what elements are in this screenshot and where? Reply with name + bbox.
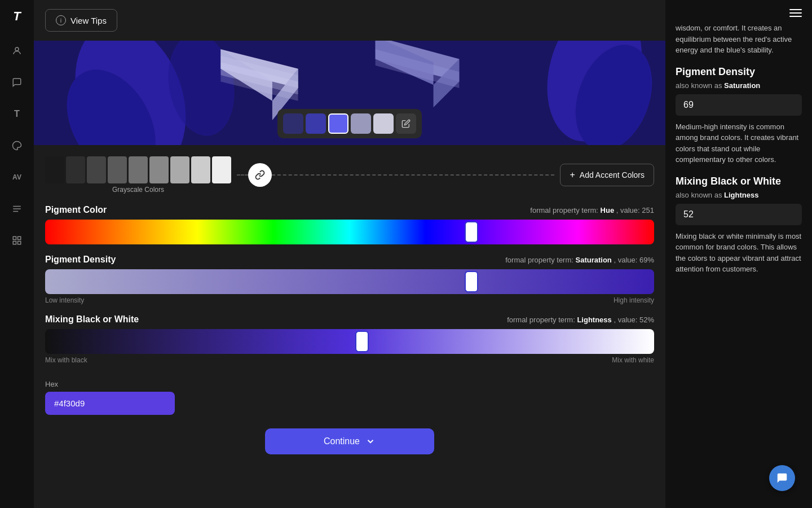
gs-swatch-5[interactable] — [129, 156, 148, 183]
chat-bubble-button[interactable] — [769, 465, 795, 491]
light-slider-section: Mixing Black or White formal property te… — [45, 314, 654, 364]
gs-swatch-2[interactable] — [66, 156, 85, 183]
right-panel-mixing-body: Mixing black or white minimally is most … — [676, 231, 802, 275]
sat-slider-track[interactable] — [45, 269, 654, 294]
continue-button[interactable]: Continue — [265, 428, 434, 454]
gs-swatch-3[interactable] — [87, 156, 106, 183]
sidebar-icon-text[interactable]: T — [7, 104, 27, 124]
hex-input[interactable] — [45, 392, 175, 415]
hue-slider-header: Pigment Color formal property term: Hue … — [45, 205, 654, 215]
sat-term: Saturation — [576, 256, 612, 264]
view-tips-label: View Tips — [70, 16, 107, 25]
gs-swatch-1[interactable] — [45, 156, 64, 183]
link-icon-button[interactable] — [248, 163, 272, 187]
right-panel-mixing-label: also known as Lightness — [676, 191, 802, 199]
svg-rect-4 — [13, 237, 16, 239]
add-accent-button[interactable]: + Add Accent Colors — [560, 164, 654, 186]
grayscale-label: Grayscale Colors — [45, 186, 231, 194]
light-value: 52% — [639, 316, 654, 324]
grayscale-swatches — [45, 156, 231, 183]
right-panel-pigment-density-body: Medium-high intensity is common among br… — [676, 121, 802, 165]
right-panel: wisdom, or comfort. It creates an equili… — [665, 0, 812, 508]
sat-label-high: High intensity — [614, 296, 654, 304]
sidebar-icon-brush[interactable] — [7, 135, 27, 156]
hue-formal-label: formal property term: — [530, 206, 600, 214]
svg-rect-6 — [13, 242, 16, 244]
sat-slider-header: Pigment Density formal property term: Sa… — [45, 255, 654, 265]
app-logo: T — [13, 9, 20, 24]
light-label-low: Mix with black — [45, 356, 87, 364]
hue-slider-thumb[interactable] — [465, 221, 478, 243]
gs-swatch-9[interactable] — [212, 156, 231, 183]
sidebar: T T AV — [0, 0, 34, 508]
sat-value-label: , value: — [614, 256, 639, 264]
light-slider-track-wrapper — [45, 329, 654, 354]
swatch-3-active[interactable] — [328, 113, 348, 134]
light-value-label: , value: — [614, 316, 639, 324]
hero-area — [34, 41, 665, 145]
hamburger-line-2 — [789, 12, 802, 14]
right-panel-pigment-density-title: Pigment Density — [676, 66, 802, 78]
down-arrow-icon — [365, 436, 376, 446]
hue-slider-section: Pigment Color formal property term: Hue … — [45, 205, 654, 244]
hue-meta: formal property term: Hue , value: 251 — [530, 206, 654, 214]
connector-area — [237, 163, 554, 187]
hue-slider-track[interactable] — [45, 220, 654, 244]
chat-bubble-icon — [776, 472, 788, 484]
swatch-2[interactable] — [306, 113, 326, 134]
edit-swatches-button[interactable] — [396, 113, 416, 134]
sliders-area: Pigment Color formal property term: Hue … — [34, 199, 665, 380]
swatch-5[interactable] — [373, 113, 394, 134]
main-content: i View Tips — [34, 0, 665, 508]
sat-label-low: Low intensity — [45, 296, 84, 304]
sidebar-icon-chat[interactable] — [7, 72, 27, 93]
add-accent-label: Add Accent Colors — [580, 170, 645, 179]
sat-formal-label: formal property term: — [505, 256, 575, 264]
hamburger-line-1 — [789, 9, 802, 10]
swatch-4[interactable] — [351, 113, 371, 134]
svg-rect-7 — [18, 242, 21, 244]
dashed-left — [237, 174, 248, 176]
top-bar: i View Tips — [34, 0, 665, 41]
hue-title: Pigment Color — [45, 205, 107, 215]
right-panel-pigment-density-value: 69 — [676, 94, 802, 116]
light-slider-thumb[interactable] — [355, 331, 369, 352]
right-panel-mixing-title: Mixing Black or White — [676, 176, 802, 187]
gs-swatch-6[interactable] — [149, 156, 169, 183]
hex-label: Hex — [45, 380, 654, 388]
sat-title: Pigment Density — [45, 255, 116, 265]
sat-meta: formal property term: Saturation , value… — [505, 256, 654, 264]
sat-slider-labels: Low intensity High intensity — [45, 296, 654, 304]
view-tips-button[interactable]: i View Tips — [45, 9, 117, 32]
color-swatches-bar — [277, 109, 422, 138]
hue-value-label: , value: — [616, 206, 642, 214]
svg-rect-5 — [18, 237, 21, 239]
info-icon: i — [56, 15, 66, 25]
right-panel-pigment-density-label: also known as Saturation — [676, 81, 802, 90]
light-title: Mixing Black or White — [45, 314, 139, 325]
continue-button-wrapper: Continue — [34, 423, 665, 466]
sat-slider-track-wrapper — [45, 269, 654, 294]
gs-swatch-7[interactable] — [170, 156, 189, 183]
light-label-high: Mix with white — [612, 356, 654, 364]
gs-swatch-4[interactable] — [108, 156, 127, 183]
light-slider-labels: Mix with black Mix with white — [45, 356, 654, 364]
grayscale-accent-row: Grayscale Colors + Add Accent Colors — [34, 145, 665, 199]
light-term: Lightness — [577, 316, 611, 324]
gs-swatch-8[interactable] — [191, 156, 210, 183]
hamburger-button[interactable] — [789, 9, 802, 17]
swatch-1[interactable] — [283, 113, 303, 134]
right-panel-mixing-value: 52 — [676, 204, 802, 225]
plus-icon: + — [570, 170, 575, 180]
sat-slider-section: Pigment Density formal property term: Sa… — [45, 255, 654, 304]
sat-slider-thumb[interactable] — [465, 271, 478, 292]
hamburger-line-3 — [789, 16, 802, 17]
hue-value: 251 — [642, 206, 654, 214]
hex-section: Hex — [34, 380, 665, 423]
light-slider-track[interactable] — [45, 329, 654, 354]
sidebar-icon-av[interactable]: AV — [7, 167, 27, 187]
sidebar-icon-user[interactable] — [7, 41, 27, 61]
sidebar-icon-paragraph[interactable] — [7, 199, 27, 219]
light-meta: formal property term: Lightness , value:… — [507, 316, 654, 324]
sidebar-icon-grid[interactable] — [7, 230, 27, 251]
